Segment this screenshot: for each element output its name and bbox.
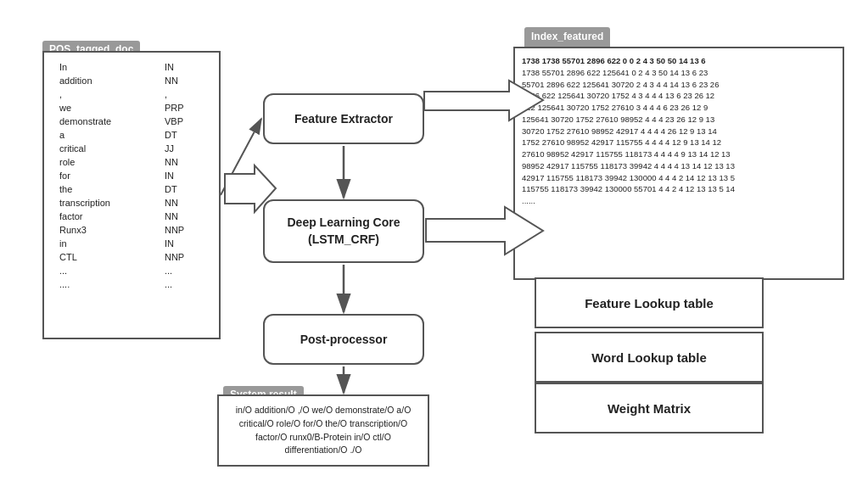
deep-learning-label: Deep Learning Core (LSTM_CRF) [287,215,400,248]
pos-table-row: ...... [53,265,210,277]
system-result-box: in/O addition/O ,/O we/O demonstrate/O a… [217,394,429,467]
weight-matrix-label: Weight Matrix [608,401,691,416]
pos-table-row: ,, [53,88,210,100]
word-lookup-label: Word Lookup table [591,350,707,365]
deep-learning-box: Deep Learning Core (LSTM_CRF) [263,199,424,263]
index-lines: 1738 55701 2896 622 125641 0 2 4 3 50 14… [522,67,836,207]
pos-table-row: forIN [53,170,210,182]
pos-table-row: Runx3NNP [53,224,210,236]
pos-table-row: CTLNNP [53,251,210,263]
pos-table-row: ....... [53,278,210,290]
pos-table-row: roleNN [53,156,210,168]
index-line: ...... [522,195,836,207]
post-processor-box: Post-processor [263,314,424,365]
index-line: 42917 115755 118173 39942 130000 4 4 4 2… [522,172,836,184]
pos-table-row: additionNN [53,75,210,87]
pos-table-row: InIN [53,61,210,73]
index-line: 125641 30720 1752 27610 98952 4 4 4 23 2… [522,114,836,126]
index-line: 98952 42917 115755 118173 39942 4 4 4 4 … [522,160,836,172]
pos-table-row: aDT [53,129,210,141]
system-result-text: in/O addition/O ,/O we/O demonstrate/O a… [236,404,412,457]
index-line: 1738 55701 2896 622 125641 0 2 4 3 50 14… [522,67,836,79]
post-processor-label: Post-processor [300,333,388,346]
pos-table-row: inIN [53,238,210,249]
pos-table-row: theDT [53,183,210,195]
feature-extractor-label: Feature Extractor [294,112,393,126]
index-line: 27610 98952 42917 115755 118173 4 4 4 4 … [522,148,836,160]
feature-extractor-box: Feature Extractor [263,93,424,144]
index-line: 30720 1752 27610 98952 42917 4 4 4 4 26 … [522,126,836,137]
pos-table-row: factorNN [53,210,210,222]
svg-line-2 [221,119,261,195]
pos-table-row: demonstrateVBP [53,115,210,127]
pos-box: InINadditionNN,,wePRPdemonstrateVBPaDTcr… [42,51,221,339]
weight-matrix-box: Weight Matrix [535,383,764,433]
word-lookup-box: Word Lookup table [535,332,764,383]
pos-table-row: wePRP [53,102,210,114]
index-line: 2896 622 125641 30720 1752 4 3 4 4 4 13 … [522,90,836,102]
index-line: 115755 118173 39942 130000 55701 4 4 2 4… [522,183,836,195]
index-line: 55701 2896 622 125641 30720 2 4 3 4 4 14… [522,79,836,91]
pos-table-row: transcriptionNN [53,197,210,209]
feature-lookup-label: Feature Lookup table [585,296,714,310]
index-box: 1738 1738 55701 2896 622 0 0 2 4 3 50 50… [513,47,844,280]
index-line: 1752 27610 98952 42917 115755 4 4 4 4 12… [522,137,836,148]
index-line: 622 125641 30720 1752 27610 3 4 4 4 6 23… [522,102,836,114]
index-first-line: 1738 1738 55701 2896 622 0 0 2 4 3 50 50… [522,55,836,67]
pos-table-row: criticalJJ [53,143,210,154]
feature-lookup-box: Feature Lookup table [535,277,764,328]
